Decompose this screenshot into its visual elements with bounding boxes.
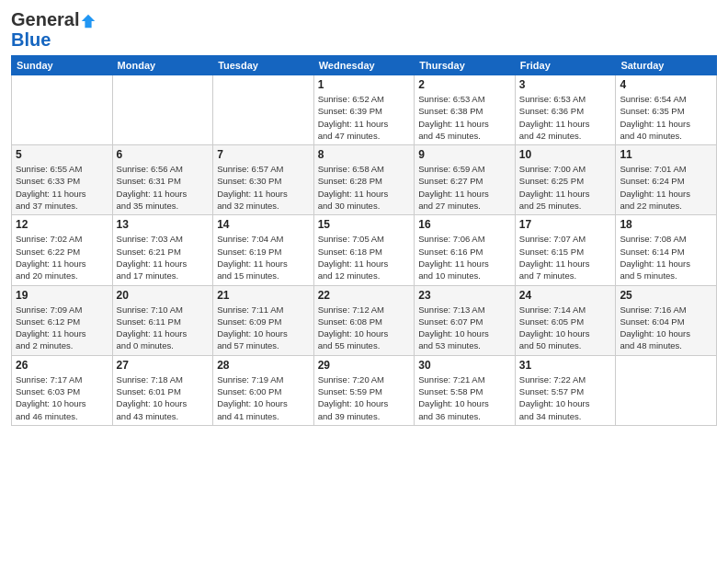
day-number: 12 <box>16 218 108 231</box>
weekday-header-tuesday: Tuesday <box>213 56 314 75</box>
day-info: Sunrise: 6:56 AM Sunset: 6:31 PM Dayligh… <box>117 163 210 212</box>
calendar-cell: 3Sunrise: 6:53 AM Sunset: 6:36 PM Daylig… <box>515 75 616 145</box>
week-row-4: 19Sunrise: 7:09 AM Sunset: 6:12 PM Dayli… <box>12 285 717 355</box>
calendar-cell: 30Sunrise: 7:21 AM Sunset: 5:58 PM Dayli… <box>415 355 516 425</box>
day-number: 3 <box>519 78 612 91</box>
calendar-cell: 16Sunrise: 7:06 AM Sunset: 6:16 PM Dayli… <box>415 215 516 285</box>
day-info: Sunrise: 6:52 AM Sunset: 6:39 PM Dayligh… <box>318 93 411 142</box>
day-number: 29 <box>318 359 411 372</box>
day-number: 22 <box>318 289 411 302</box>
logo-blue-text: Blue <box>11 29 51 50</box>
day-info: Sunrise: 6:55 AM Sunset: 6:33 PM Dayligh… <box>16 163 108 212</box>
day-info: Sunrise: 7:21 AM Sunset: 5:58 PM Dayligh… <box>418 373 511 422</box>
calendar-cell: 23Sunrise: 7:13 AM Sunset: 6:07 PM Dayli… <box>415 285 516 355</box>
day-info: Sunrise: 7:11 AM Sunset: 6:09 PM Dayligh… <box>217 304 310 352</box>
calendar-cell <box>112 75 213 145</box>
day-number: 26 <box>16 359 108 372</box>
day-number: 27 <box>117 359 210 372</box>
weekday-header-row: SundayMondayTuesdayWednesdayThursdayFrid… <box>12 56 717 75</box>
day-number: 16 <box>418 218 511 231</box>
day-number: 28 <box>217 359 310 372</box>
day-number: 11 <box>620 148 712 161</box>
calendar-cell: 22Sunrise: 7:12 AM Sunset: 6:08 PM Dayli… <box>313 285 415 355</box>
day-number: 24 <box>519 289 612 302</box>
day-info: Sunrise: 6:58 AM Sunset: 6:28 PM Dayligh… <box>318 163 411 212</box>
day-number: 10 <box>519 148 612 161</box>
day-info: Sunrise: 7:13 AM Sunset: 6:07 PM Dayligh… <box>418 304 511 352</box>
day-info: Sunrise: 6:53 AM Sunset: 6:36 PM Dayligh… <box>519 93 612 142</box>
day-info: Sunrise: 7:10 AM Sunset: 6:11 PM Dayligh… <box>117 304 210 352</box>
day-number: 25 <box>620 289 712 302</box>
calendar-cell <box>12 75 113 145</box>
calendar-cell: 26Sunrise: 7:17 AM Sunset: 6:03 PM Dayli… <box>12 355 113 425</box>
week-row-2: 5Sunrise: 6:55 AM Sunset: 6:33 PM Daylig… <box>12 145 717 215</box>
logo: General Blue <box>11 9 97 50</box>
day-info: Sunrise: 7:18 AM Sunset: 6:01 PM Dayligh… <box>117 373 210 422</box>
day-number: 31 <box>519 359 612 372</box>
day-number: 15 <box>318 218 411 231</box>
calendar-cell <box>616 355 717 425</box>
logo-general-text: General <box>11 9 79 29</box>
header: General Blue <box>11 9 717 50</box>
day-number: 19 <box>16 289 108 302</box>
week-row-5: 26Sunrise: 7:17 AM Sunset: 6:03 PM Dayli… <box>12 355 717 425</box>
calendar-cell <box>213 75 314 145</box>
day-info: Sunrise: 7:03 AM Sunset: 6:21 PM Dayligh… <box>117 233 210 282</box>
day-number: 13 <box>117 218 210 231</box>
day-info: Sunrise: 6:53 AM Sunset: 6:38 PM Dayligh… <box>418 93 511 142</box>
calendar-cell: 29Sunrise: 7:20 AM Sunset: 5:59 PM Dayli… <box>313 355 415 425</box>
calendar-cell: 8Sunrise: 6:58 AM Sunset: 6:28 PM Daylig… <box>313 145 415 215</box>
calendar-cell: 10Sunrise: 7:00 AM Sunset: 6:25 PM Dayli… <box>515 145 616 215</box>
weekday-header-saturday: Saturday <box>616 56 717 75</box>
day-info: Sunrise: 7:05 AM Sunset: 6:18 PM Dayligh… <box>318 233 411 282</box>
day-number: 21 <box>217 289 310 302</box>
weekday-header-friday: Friday <box>515 56 616 75</box>
day-number: 7 <box>217 148 310 161</box>
day-info: Sunrise: 7:06 AM Sunset: 6:16 PM Dayligh… <box>418 233 511 282</box>
weekday-header-wednesday: Wednesday <box>313 56 415 75</box>
day-number: 20 <box>117 289 210 302</box>
day-info: Sunrise: 7:16 AM Sunset: 6:04 PM Dayligh… <box>620 304 712 352</box>
day-number: 8 <box>318 148 411 161</box>
day-number: 1 <box>318 78 411 91</box>
weekday-header-monday: Monday <box>112 56 213 75</box>
day-info: Sunrise: 7:07 AM Sunset: 6:15 PM Dayligh… <box>519 233 612 282</box>
day-info: Sunrise: 7:09 AM Sunset: 6:12 PM Dayligh… <box>16 304 108 352</box>
day-info: Sunrise: 7:19 AM Sunset: 6:00 PM Dayligh… <box>217 373 310 422</box>
week-row-3: 12Sunrise: 7:02 AM Sunset: 6:22 PM Dayli… <box>12 215 717 285</box>
day-info: Sunrise: 7:12 AM Sunset: 6:08 PM Dayligh… <box>318 304 411 352</box>
calendar-cell: 20Sunrise: 7:10 AM Sunset: 6:11 PM Dayli… <box>112 285 213 355</box>
calendar-cell: 31Sunrise: 7:22 AM Sunset: 5:57 PM Dayli… <box>515 355 616 425</box>
day-number: 9 <box>418 148 511 161</box>
calendar-cell: 14Sunrise: 7:04 AM Sunset: 6:19 PM Dayli… <box>213 215 314 285</box>
day-number: 17 <box>519 218 612 231</box>
day-number: 5 <box>16 148 108 161</box>
day-number: 6 <box>117 148 210 161</box>
calendar-table: SundayMondayTuesdayWednesdayThursdayFrid… <box>11 55 717 426</box>
calendar-cell: 13Sunrise: 7:03 AM Sunset: 6:21 PM Dayli… <box>112 215 213 285</box>
logo-icon <box>80 13 97 29</box>
calendar-cell: 11Sunrise: 7:01 AM Sunset: 6:24 PM Dayli… <box>616 145 717 215</box>
calendar-cell: 27Sunrise: 7:18 AM Sunset: 6:01 PM Dayli… <box>112 355 213 425</box>
day-info: Sunrise: 6:54 AM Sunset: 6:35 PM Dayligh… <box>620 93 712 142</box>
calendar-cell: 19Sunrise: 7:09 AM Sunset: 6:12 PM Dayli… <box>12 285 113 355</box>
calendar-cell: 6Sunrise: 6:56 AM Sunset: 6:31 PM Daylig… <box>112 145 213 215</box>
day-number: 4 <box>620 78 712 91</box>
day-info: Sunrise: 7:14 AM Sunset: 6:05 PM Dayligh… <box>519 304 612 352</box>
calendar-cell: 24Sunrise: 7:14 AM Sunset: 6:05 PM Dayli… <box>515 285 616 355</box>
day-info: Sunrise: 7:17 AM Sunset: 6:03 PM Dayligh… <box>16 373 108 422</box>
week-row-1: 1Sunrise: 6:52 AM Sunset: 6:39 PM Daylig… <box>12 75 717 145</box>
calendar-cell: 4Sunrise: 6:54 AM Sunset: 6:35 PM Daylig… <box>616 75 717 145</box>
day-info: Sunrise: 7:01 AM Sunset: 6:24 PM Dayligh… <box>620 163 712 212</box>
calendar-cell: 25Sunrise: 7:16 AM Sunset: 6:04 PM Dayli… <box>616 285 717 355</box>
day-info: Sunrise: 7:22 AM Sunset: 5:57 PM Dayligh… <box>519 373 612 422</box>
calendar-cell: 9Sunrise: 6:59 AM Sunset: 6:27 PM Daylig… <box>415 145 516 215</box>
calendar-cell: 18Sunrise: 7:08 AM Sunset: 6:14 PM Dayli… <box>616 215 717 285</box>
day-number: 23 <box>418 289 511 302</box>
calendar-cell: 5Sunrise: 6:55 AM Sunset: 6:33 PM Daylig… <box>12 145 113 215</box>
weekday-header-sunday: Sunday <box>12 56 113 75</box>
day-info: Sunrise: 7:04 AM Sunset: 6:19 PM Dayligh… <box>217 233 310 282</box>
day-number: 14 <box>217 218 310 231</box>
day-info: Sunrise: 6:59 AM Sunset: 6:27 PM Dayligh… <box>418 163 511 212</box>
calendar-container: General Blue SundayMondayTuesdayWednesda… <box>0 0 728 563</box>
